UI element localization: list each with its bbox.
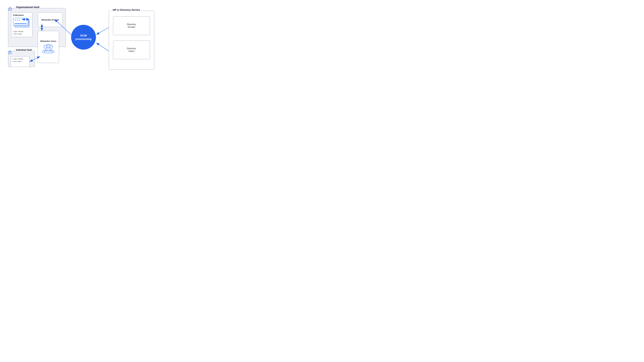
- card-stack: ★★★: [13, 18, 30, 29]
- idp-box: IdP or Directory Service Directory Group…: [109, 11, 154, 70]
- collections-title: Collections: [11, 12, 32, 17]
- scim-text: SCIM provisioning: [76, 34, 92, 41]
- directory-groups-label: Directory Groups: [127, 23, 136, 28]
- bitwarden-users-label: Bitwarden Users: [40, 40, 56, 42]
- svg-point-3: [44, 52, 53, 54]
- users-icon: [42, 44, 54, 54]
- collections-items: • Login • Identity • Card • Notes: [12, 30, 23, 35]
- dir-users-to-scim-arrow: [96, 43, 109, 51]
- bitwarden-groups-label: Bitwarden Groups: [42, 19, 59, 21]
- svg-point-2: [46, 44, 50, 48]
- bitwarden-groups-box: Bitwarden Groups: [38, 12, 63, 27]
- org-vault-title: Organizational Vault: [15, 6, 40, 9]
- individual-vault-items-box: • Login • Identity • Card • Notes: [11, 56, 30, 67]
- bitwarden-users-box: Bitwarden Users: [38, 31, 59, 63]
- card-stars: ★★★: [14, 19, 20, 21]
- dir-groups-to-scim-arrow: [96, 27, 109, 34]
- directory-users-box: Directory Users: [113, 40, 150, 59]
- card-line: [14, 23, 26, 24]
- diagram-container: Organizational Vault Collections ★★★ • L…: [0, 0, 161, 90]
- collections-box: Collections ★★★ • Login • Identity • Car…: [11, 12, 32, 37]
- individual-vault-title: Individual Vault: [15, 49, 33, 51]
- scim-circle: SCIM provisioning: [71, 25, 96, 50]
- directory-groups-box: Directory Groups: [113, 16, 150, 35]
- idp-title: IdP or Directory Service: [112, 8, 141, 11]
- directory-users-label: Directory Users: [127, 47, 136, 52]
- card-1: ★★★: [13, 18, 28, 25]
- individual-vault-items: • Login • Identity • Card • Notes: [11, 56, 29, 64]
